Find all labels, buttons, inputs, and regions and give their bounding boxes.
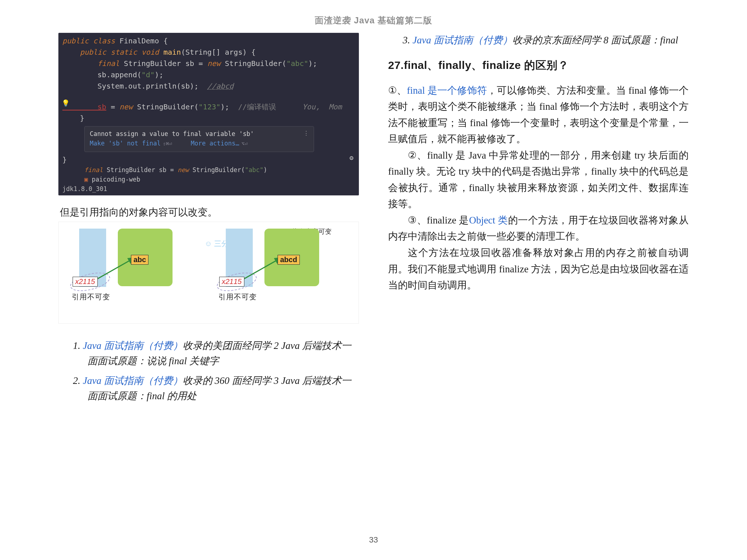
diagram-caption-left: 引用不可变	[72, 292, 110, 302]
doc-header-title: 面渣逆袭 Java 基础篇第二版	[58, 15, 689, 26]
paragraph: ②、finally 是 Java 中异常处理的一部分，用来创建 try 块后面的…	[388, 147, 689, 212]
diagram-caption-right: 引用不可变	[218, 292, 257, 302]
heap-value-label: abc	[131, 255, 148, 265]
diagram-left-half: x2115 abc 引用不可变	[65, 229, 189, 302]
error-message: Cannot assign a value to final variable …	[90, 129, 309, 139]
link-final-modifier[interactable]: final 是一个修饰符	[407, 85, 487, 96]
page: 面渣逆袭 Java 基础篇第二版 💡 ⚙ public class FinalD…	[0, 0, 747, 560]
paragraph: 这个方法在垃圾回收器准备释放对象占用的内存之前被自动调用。我们不能显式地调用 f…	[388, 245, 689, 293]
link-java-guide[interactable]: Java 面试指南（付费）	[83, 375, 183, 386]
left-column: 💡 ⚙ public class FinalDemo { public stat…	[58, 33, 359, 408]
reference-diagram: ☺ 三分恶 x2115 abc 引用不可变 引用指向内容可变	[58, 222, 359, 324]
quick-fix-more-actions: More actions…	[191, 140, 239, 147]
reference-list-right: 3. Java 面试指南（付费）收录的京东面经同学 8 面试原题：final	[403, 33, 689, 48]
reference-list-left: Java 面试指南（付费）收录的美团面经同学 2 Java 后端技术一面面试原题…	[73, 338, 359, 404]
ide-error-popup: ⋮ Cannot assign a value to final variabl…	[84, 126, 314, 152]
quick-fix-make-not-final: Make 'sb' not final	[90, 140, 160, 147]
gear-icon: ⚙	[349, 153, 353, 163]
link-java-guide[interactable]: Java 面试指南（付费）	[83, 340, 183, 351]
figure-caption: 但是引用指向的对象内容可以改变。	[60, 206, 359, 219]
list-item: Java 面试指南（付费）收录的美团面经同学 2 Java 后端技术一面面试原题…	[73, 338, 359, 369]
two-column-layout: 💡 ⚙ public class FinalDemo { public stat…	[58, 33, 689, 408]
section-heading-27: 27.final、finally、finalize 的区别？	[388, 58, 689, 73]
list-item: Java 面试指南（付费）收录的 360 面经同学 3 Java 后端技术一面面…	[73, 373, 359, 404]
page-number: 33	[0, 535, 747, 545]
right-column: 3. Java 面试指南（付费）收录的京东面经同学 8 面试原题：final 2…	[388, 33, 689, 408]
paragraph: ③、finalize 是Object 类的一个方法，用于在垃圾回收器将对象从内存…	[388, 212, 689, 245]
jdk-version-label: jdk1.8.0_301	[62, 184, 355, 194]
link-java-guide[interactable]: Java 面试指南（付费）	[413, 35, 512, 46]
link-object-class[interactable]: Object 类	[469, 215, 508, 226]
body-text: ①、final 是一个修饰符，可以修饰类、方法和变量。当 final 修饰一个类…	[388, 82, 689, 293]
ide-usage-hint: final StringBuilder sb = new StringBuild…	[84, 166, 355, 184]
ref-address-label: x2115	[219, 277, 244, 287]
ide-code-screenshot: 💡 ⚙ public class FinalDemo { public stat…	[58, 33, 359, 195]
diagram-right-half: 引用指向内容可变 x2115 abcd 引用不可变	[211, 229, 335, 302]
ref-address-label: x2115	[73, 277, 98, 287]
heap-value-label: abcd	[278, 255, 300, 265]
kebab-icon: ⋮	[303, 129, 310, 138]
lightbulb-icon: 💡	[62, 98, 70, 108]
paragraph: ①、final 是一个修饰符，可以修饰类、方法和变量。当 final 修饰一个类…	[388, 82, 689, 147]
